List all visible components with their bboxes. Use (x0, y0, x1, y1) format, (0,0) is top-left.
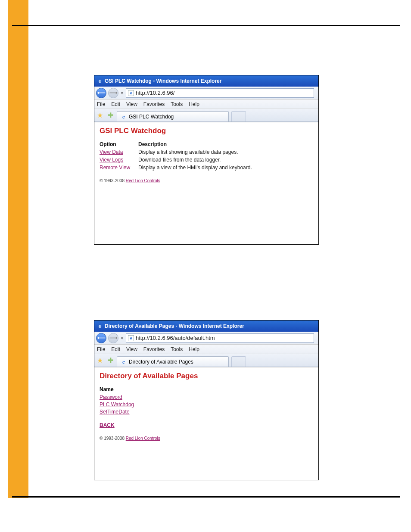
top-horizontal-rule (12, 25, 400, 26)
menu-tools[interactable]: Tools (171, 346, 183, 352)
menu-favorites[interactable]: Favorites (143, 101, 165, 107)
ie-icon: e (97, 78, 103, 84)
link-back[interactable]: BACK (100, 422, 115, 428)
options-table: Option Description View Data Display a l… (100, 141, 313, 171)
nav-dropdown-icon[interactable]: ▾ (120, 91, 124, 95)
address-bar[interactable]: e http://10.2.6.96/auto/default.htm (126, 333, 314, 343)
ie-icon: e (121, 359, 127, 365)
table-row: View Logs Download files from the data l… (100, 157, 313, 163)
col-description-header: Description (138, 141, 313, 147)
menu-view[interactable]: View (126, 346, 137, 352)
sidebar-stripe (8, 0, 28, 498)
url-text: http://10.2.6.96/auto/default.htm (136, 335, 215, 341)
favorites-star-icon[interactable]: ★ (96, 111, 104, 119)
link-password[interactable]: Password (100, 394, 122, 400)
titlebar[interactable]: e Directory of Available Pages - Windows… (94, 320, 318, 332)
forward-button[interactable]: ⟶ (108, 333, 118, 343)
page-content: Directory of Available Pages Name Passwo… (94, 367, 318, 480)
titlebar[interactable]: e GSI PLC Watchdog - Windows Internet Ex… (94, 75, 318, 87)
table-row: Remote View Display a view of the HMI's … (100, 165, 313, 171)
add-favorite-icon[interactable]: ✚ (106, 356, 114, 364)
col-option-header: Option (100, 141, 138, 147)
link-view-logs[interactable]: View Logs (100, 157, 123, 163)
link-red-lion[interactable]: Red Lion Controls (126, 178, 160, 183)
browser-window-directory: e Directory of Available Pages - Windows… (94, 320, 319, 480)
active-tab[interactable]: e GSI PLC Watchdog (117, 111, 229, 121)
forward-button[interactable]: ⟶ (108, 88, 118, 98)
menu-help[interactable]: Help (189, 101, 199, 107)
menu-bar: File Edit View Favorites Tools Help (94, 100, 318, 109)
nav-toolbar: ⟵ ⟶ ▾ e http://10.2.6.96/auto/default.ht… (94, 332, 318, 345)
back-button[interactable]: ⟵ (96, 88, 106, 98)
link-plc-watchdog[interactable]: PLC Watchdog (100, 401, 134, 408)
page-icon: e (128, 335, 134, 341)
tab-label: Directory of Available Pages (129, 359, 193, 365)
page-content: GSI PLC Watchdog Option Description View… (94, 122, 318, 244)
menu-tools[interactable]: Tools (171, 101, 183, 107)
active-tab[interactable]: e Directory of Available Pages (117, 356, 229, 367)
nav-toolbar: ⟵ ⟶ ▾ e http://10.2.6.96/ (94, 87, 318, 100)
browser-window-gsi-watchdog: e GSI PLC Watchdog - Windows Internet Ex… (94, 75, 319, 245)
copyright-text: © 1993-2008 (100, 436, 126, 441)
back-button[interactable]: ⟵ (96, 333, 106, 343)
page-heading: Directory of Available Pages (100, 372, 313, 380)
table-row: View Data Display a list showing availab… (100, 149, 313, 155)
url-text: http://10.2.6.96/ (136, 90, 174, 96)
tab-bar: ★ ✚ e Directory of Available Pages (94, 354, 318, 367)
address-bar[interactable]: e http://10.2.6.96/ (126, 88, 314, 98)
link-view-data[interactable]: View Data (100, 149, 123, 155)
window-title: Directory of Available Pages - Windows I… (105, 323, 244, 329)
menu-favorites[interactable]: Favorites (143, 346, 165, 352)
new-tab-button[interactable] (231, 111, 246, 121)
page-icon: e (128, 90, 134, 96)
new-tab-button[interactable] (231, 356, 246, 367)
tab-label: GSI PLC Watchdog (129, 114, 174, 120)
link-remote-view[interactable]: Remote View (100, 165, 130, 171)
copyright-text: © 1993-2008 (100, 178, 126, 183)
menu-view[interactable]: View (126, 101, 137, 107)
add-favorite-icon[interactable]: ✚ (106, 111, 114, 119)
menu-help[interactable]: Help (189, 346, 199, 352)
menu-edit[interactable]: Edit (111, 346, 120, 352)
copyright: © 1993-2008 Red Lion Controls (100, 178, 313, 183)
favorites-star-icon[interactable]: ★ (96, 356, 104, 364)
copyright: © 1993-2008 Red Lion Controls (100, 436, 313, 441)
menu-edit[interactable]: Edit (111, 101, 120, 107)
link-red-lion[interactable]: Red Lion Controls (126, 436, 160, 441)
ie-icon: e (121, 114, 127, 120)
nav-dropdown-icon[interactable]: ▾ (120, 336, 124, 340)
menu-file[interactable]: File (97, 346, 105, 352)
desc-view-data: Display a list showing available data pa… (138, 149, 313, 155)
bottom-horizontal-rule (12, 496, 400, 498)
name-header: Name (100, 386, 313, 392)
desc-remote-view: Display a view of the HMI's display and … (138, 165, 313, 171)
tab-bar: ★ ✚ e GSI PLC Watchdog (94, 109, 318, 122)
page-list: Name Password PLC Watchdog SetTimeDate B… (100, 386, 313, 428)
window-title: GSI PLC Watchdog - Windows Internet Expl… (105, 78, 221, 84)
ie-icon: e (97, 323, 103, 329)
desc-view-logs: Download files from the data logger. (138, 157, 313, 163)
menu-file[interactable]: File (97, 101, 105, 107)
page-heading: GSI PLC Watchdog (100, 127, 313, 135)
link-settimedate[interactable]: SetTimeDate (100, 409, 130, 415)
menu-bar: File Edit View Favorites Tools Help (94, 345, 318, 354)
